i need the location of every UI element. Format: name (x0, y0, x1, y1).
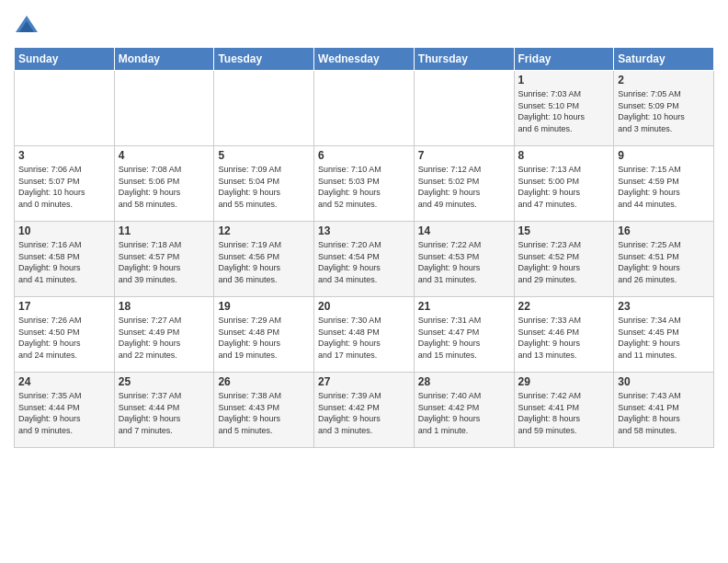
day-info: Sunrise: 7:12 AM Sunset: 5:02 PM Dayligh… (418, 164, 510, 210)
day-info: Sunrise: 7:15 AM Sunset: 4:59 PM Dayligh… (618, 164, 710, 210)
day-number: 29 (518, 375, 610, 388)
day-info: Sunrise: 7:20 AM Sunset: 4:54 PM Dayligh… (318, 239, 410, 285)
day-cell: 3Sunrise: 7:06 AM Sunset: 5:07 PM Daylig… (15, 146, 115, 222)
day-number: 30 (618, 375, 710, 388)
day-cell: 17Sunrise: 7:26 AM Sunset: 4:50 PM Dayli… (15, 297, 115, 373)
day-number: 17 (18, 300, 110, 313)
day-info: Sunrise: 7:26 AM Sunset: 4:50 PM Dayligh… (18, 315, 110, 361)
day-cell: 20Sunrise: 7:30 AM Sunset: 4:48 PM Dayli… (314, 297, 415, 373)
header-cell-tuesday: Tuesday (214, 48, 314, 71)
day-info: Sunrise: 7:13 AM Sunset: 5:00 PM Dayligh… (518, 164, 610, 210)
day-number: 4 (119, 149, 210, 162)
day-cell: 28Sunrise: 7:40 AM Sunset: 4:42 PM Dayli… (414, 373, 514, 448)
day-info: Sunrise: 7:09 AM Sunset: 5:04 PM Dayligh… (218, 164, 310, 210)
day-cell (214, 71, 314, 146)
day-cell: 26Sunrise: 7:38 AM Sunset: 4:43 PM Dayli… (214, 373, 314, 448)
day-number: 6 (318, 149, 410, 162)
day-cell (15, 71, 115, 146)
day-info: Sunrise: 7:16 AM Sunset: 4:58 PM Dayligh… (18, 239, 110, 285)
header-cell-thursday: Thursday (414, 48, 514, 71)
day-info: Sunrise: 7:38 AM Sunset: 4:43 PM Dayligh… (218, 390, 310, 436)
day-number: 25 (119, 375, 210, 388)
week-row-4: 17Sunrise: 7:26 AM Sunset: 4:50 PM Dayli… (15, 297, 714, 373)
day-cell: 5Sunrise: 7:09 AM Sunset: 5:04 PM Daylig… (214, 146, 314, 222)
day-number: 10 (18, 224, 110, 237)
day-number: 26 (218, 375, 310, 388)
day-cell: 22Sunrise: 7:33 AM Sunset: 4:46 PM Dayli… (514, 297, 614, 373)
day-cell: 1Sunrise: 7:03 AM Sunset: 5:10 PM Daylig… (514, 71, 614, 146)
week-row-1: 1Sunrise: 7:03 AM Sunset: 5:10 PM Daylig… (15, 71, 714, 146)
day-info: Sunrise: 7:03 AM Sunset: 5:10 PM Dayligh… (518, 88, 610, 134)
day-cell: 30Sunrise: 7:43 AM Sunset: 4:41 PM Dayli… (614, 373, 714, 448)
day-cell: 19Sunrise: 7:29 AM Sunset: 4:48 PM Dayli… (214, 297, 314, 373)
day-number: 9 (618, 149, 710, 162)
day-number: 3 (18, 149, 110, 162)
header-row: SundayMondayTuesdayWednesdayThursdayFrid… (15, 48, 714, 71)
page-container: SundayMondayTuesdayWednesdayThursdayFrid… (0, 0, 728, 453)
day-cell: 25Sunrise: 7:37 AM Sunset: 4:44 PM Dayli… (114, 373, 214, 448)
day-info: Sunrise: 7:06 AM Sunset: 5:07 PM Dayligh… (18, 164, 110, 210)
day-cell (114, 71, 214, 146)
day-number: 8 (518, 149, 610, 162)
day-number: 24 (18, 375, 110, 388)
calendar-table: SundayMondayTuesdayWednesdayThursdayFrid… (14, 47, 714, 448)
logo-icon (14, 14, 40, 40)
day-info: Sunrise: 7:27 AM Sunset: 4:49 PM Dayligh… (119, 315, 210, 361)
day-number: 15 (518, 224, 610, 237)
day-cell (314, 71, 415, 146)
day-info: Sunrise: 7:33 AM Sunset: 4:46 PM Dayligh… (518, 315, 610, 361)
day-cell: 27Sunrise: 7:39 AM Sunset: 4:42 PM Dayli… (314, 373, 415, 448)
day-cell: 8Sunrise: 7:13 AM Sunset: 5:00 PM Daylig… (514, 146, 614, 222)
day-number: 16 (618, 224, 710, 237)
day-info: Sunrise: 7:05 AM Sunset: 5:09 PM Dayligh… (618, 88, 710, 134)
header-cell-monday: Monday (114, 48, 214, 71)
day-info: Sunrise: 7:18 AM Sunset: 4:57 PM Dayligh… (119, 239, 210, 285)
day-cell: 24Sunrise: 7:35 AM Sunset: 4:44 PM Dayli… (15, 373, 115, 448)
header-cell-wednesday: Wednesday (314, 48, 415, 71)
day-info: Sunrise: 7:42 AM Sunset: 4:41 PM Dayligh… (518, 390, 610, 436)
week-row-5: 24Sunrise: 7:35 AM Sunset: 4:44 PM Dayli… (15, 373, 714, 448)
day-number: 23 (618, 300, 710, 313)
day-cell: 2Sunrise: 7:05 AM Sunset: 5:09 PM Daylig… (614, 71, 714, 146)
header-cell-saturday: Saturday (614, 48, 714, 71)
day-cell: 13Sunrise: 7:20 AM Sunset: 4:54 PM Dayli… (314, 222, 415, 297)
day-cell: 10Sunrise: 7:16 AM Sunset: 4:58 PM Dayli… (15, 222, 115, 297)
day-number: 14 (418, 224, 510, 237)
day-info: Sunrise: 7:39 AM Sunset: 4:42 PM Dayligh… (318, 390, 410, 436)
day-cell: 11Sunrise: 7:18 AM Sunset: 4:57 PM Dayli… (114, 222, 214, 297)
day-info: Sunrise: 7:31 AM Sunset: 4:47 PM Dayligh… (418, 315, 510, 361)
day-number: 20 (318, 300, 410, 313)
day-cell: 29Sunrise: 7:42 AM Sunset: 4:41 PM Dayli… (514, 373, 614, 448)
day-cell: 7Sunrise: 7:12 AM Sunset: 5:02 PM Daylig… (414, 146, 514, 222)
header-cell-sunday: Sunday (15, 48, 115, 71)
day-cell: 14Sunrise: 7:22 AM Sunset: 4:53 PM Dayli… (414, 222, 514, 297)
day-cell: 4Sunrise: 7:08 AM Sunset: 5:06 PM Daylig… (114, 146, 214, 222)
day-info: Sunrise: 7:19 AM Sunset: 4:56 PM Dayligh… (218, 239, 310, 285)
day-cell: 18Sunrise: 7:27 AM Sunset: 4:49 PM Dayli… (114, 297, 214, 373)
day-cell: 12Sunrise: 7:19 AM Sunset: 4:56 PM Dayli… (214, 222, 314, 297)
day-cell (414, 71, 514, 146)
day-info: Sunrise: 7:10 AM Sunset: 5:03 PM Dayligh… (318, 164, 410, 210)
day-info: Sunrise: 7:37 AM Sunset: 4:44 PM Dayligh… (119, 390, 210, 436)
week-row-2: 3Sunrise: 7:06 AM Sunset: 5:07 PM Daylig… (15, 146, 714, 222)
day-number: 1 (518, 74, 610, 86)
day-info: Sunrise: 7:25 AM Sunset: 4:51 PM Dayligh… (618, 239, 710, 285)
day-info: Sunrise: 7:43 AM Sunset: 4:41 PM Dayligh… (618, 390, 710, 436)
day-number: 7 (418, 149, 510, 162)
day-cell: 16Sunrise: 7:25 AM Sunset: 4:51 PM Dayli… (614, 222, 714, 297)
header-cell-friday: Friday (514, 48, 614, 71)
day-cell: 21Sunrise: 7:31 AM Sunset: 4:47 PM Dayli… (414, 297, 514, 373)
day-number: 5 (218, 149, 310, 162)
day-info: Sunrise: 7:30 AM Sunset: 4:48 PM Dayligh… (318, 315, 410, 361)
day-number: 22 (518, 300, 610, 313)
day-number: 18 (119, 300, 210, 313)
day-info: Sunrise: 7:35 AM Sunset: 4:44 PM Dayligh… (18, 390, 110, 436)
day-info: Sunrise: 7:22 AM Sunset: 4:53 PM Dayligh… (418, 239, 510, 285)
week-row-3: 10Sunrise: 7:16 AM Sunset: 4:58 PM Dayli… (15, 222, 714, 297)
day-cell: 15Sunrise: 7:23 AM Sunset: 4:52 PM Dayli… (514, 222, 614, 297)
day-info: Sunrise: 7:40 AM Sunset: 4:42 PM Dayligh… (418, 390, 510, 436)
header (14, 9, 714, 40)
day-number: 27 (318, 375, 410, 388)
day-number: 21 (418, 300, 510, 313)
logo (14, 14, 43, 40)
